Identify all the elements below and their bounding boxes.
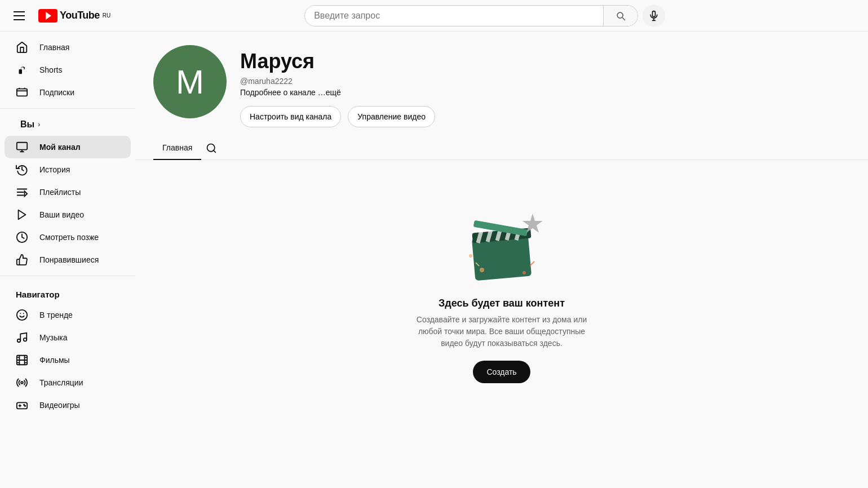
svg-line-28 xyxy=(214,150,216,152)
sidebar-label-music: Музыка xyxy=(39,333,68,342)
svg-marker-7 xyxy=(25,191,28,196)
gaming-icon xyxy=(16,399,28,411)
manage-videos-button[interactable]: Управление видео xyxy=(348,106,435,127)
avatar-letter: М xyxy=(176,63,204,101)
channel-actions: Настроить вид канала Управление видео xyxy=(240,106,850,127)
sidebar-item-trending[interactable]: В тренде xyxy=(5,304,131,326)
sidebar-item-home[interactable]: Главная xyxy=(5,36,131,59)
sidebar-item-liked[interactable]: Понравившиеся xyxy=(5,249,131,271)
history-icon xyxy=(16,163,28,176)
sidebar-label-live: Трансляции xyxy=(39,378,83,387)
svg-rect-2 xyxy=(17,89,27,96)
svg-point-14 xyxy=(24,338,27,341)
tab-home[interactable]: Главная xyxy=(153,136,201,160)
sidebar-label-movies: Фильмы xyxy=(39,356,70,365)
layout: Главная Shorts Подписки xyxy=(0,32,868,488)
my-channel-icon xyxy=(16,141,28,153)
empty-title: Здесь будет ваш контент xyxy=(439,298,565,309)
svg-rect-1 xyxy=(19,69,23,74)
empty-state: Здесь будет ваш контент Создавайте и заг… xyxy=(135,160,868,428)
channel-avatar: М xyxy=(153,45,227,118)
your-videos-icon xyxy=(16,208,28,221)
svg-point-23 xyxy=(21,381,23,384)
sidebar-item-gaming[interactable]: Видеоигры xyxy=(5,394,131,416)
sidebar-label-history: История xyxy=(39,165,70,174)
empty-illustration xyxy=(451,205,552,284)
sidebar-item-your-videos[interactable]: Ваши видео xyxy=(5,203,131,226)
subscriptions-icon xyxy=(16,86,28,99)
about-more[interactable]: …ещё xyxy=(318,88,341,97)
sidebar-item-subscriptions[interactable]: Подписки xyxy=(5,81,131,104)
channel-tabs: Главная xyxy=(135,136,868,160)
search-tab-icon xyxy=(206,143,217,154)
svg-marker-8 xyxy=(19,210,26,220)
create-button[interactable]: Создать xyxy=(473,361,530,383)
channel-about: Подробнее о канале …ещё xyxy=(240,88,850,97)
chevron-right-icon: › xyxy=(38,121,40,128)
channel-info: Маруся @maruha2222 Подробнее о канале …е… xyxy=(240,45,850,127)
logo-text: YouTube xyxy=(60,10,100,21)
clapperboard-illustration xyxy=(451,205,552,284)
svg-point-40 xyxy=(469,254,472,258)
empty-description: Создавайте и загружайте контент из дома … xyxy=(411,314,592,349)
search-input[interactable] xyxy=(305,6,603,25)
sidebar-label-your-videos: Ваши видео xyxy=(39,210,84,219)
search-button[interactable] xyxy=(603,6,637,26)
svg-point-25 xyxy=(24,405,24,405)
playlists-icon xyxy=(16,186,28,198)
header-center xyxy=(304,5,665,27)
sidebar-label-my-channel: Мой канал xyxy=(39,143,81,152)
logo-ru: RU xyxy=(103,12,110,19)
sidebar-label-shorts: Shorts xyxy=(39,65,62,74)
svg-point-39 xyxy=(522,271,526,274)
youtube-logo[interactable]: YouTubeRU xyxy=(38,9,110,23)
music-icon xyxy=(16,331,28,344)
movies-icon xyxy=(16,354,28,366)
sidebar-label-trending: В тренде xyxy=(39,310,73,320)
clock-icon xyxy=(16,231,28,243)
sidebar: Главная Shorts Подписки xyxy=(0,32,135,488)
navigator-label: Навигатор xyxy=(0,281,135,304)
svg-rect-0 xyxy=(653,11,656,16)
sidebar-item-my-channel[interactable]: Мой канал xyxy=(5,136,131,158)
shorts-icon xyxy=(16,64,28,76)
svg-point-10 xyxy=(17,310,27,320)
channel-name: Маруся xyxy=(240,50,850,73)
sidebar-item-playlists[interactable]: Плейлисты xyxy=(5,181,131,203)
sidebar-item-live[interactable]: Трансляции xyxy=(5,371,131,394)
header-left: YouTubeRU xyxy=(9,7,110,25)
hamburger-menu[interactable] xyxy=(9,7,29,25)
you-label: Вы xyxy=(20,119,34,130)
sidebar-label-watch-later: Смотреть позже xyxy=(39,233,99,242)
sidebar-item-movies[interactable]: Фильмы xyxy=(5,349,131,371)
tab-search-button[interactable] xyxy=(201,138,222,158)
svg-point-38 xyxy=(480,268,484,272)
sidebar-item-history[interactable]: История xyxy=(5,158,131,181)
mic-icon xyxy=(648,10,659,21)
sidebar-item-music[interactable]: Музыка xyxy=(5,326,131,349)
home-icon xyxy=(16,41,28,54)
sidebar-label-home: Главная xyxy=(39,43,69,52)
sidebar-item-watch-later[interactable]: Смотреть позже xyxy=(5,226,131,249)
sidebar-label-subscriptions: Подписки xyxy=(39,88,74,97)
logo-icon xyxy=(38,9,57,23)
customize-channel-button[interactable]: Настроить вид канала xyxy=(240,106,341,127)
search-bar xyxy=(304,5,638,26)
mic-button[interactable] xyxy=(643,5,665,27)
channel-handle: @maruha2222 xyxy=(240,77,850,86)
sidebar-you-section[interactable]: Вы › xyxy=(5,113,131,136)
sidebar-divider-1 xyxy=(0,108,135,109)
channel-header: М Маруся @maruha2222 Подробнее о канале … xyxy=(135,32,868,127)
main-content: М Маруся @maruha2222 Подробнее о канале … xyxy=(135,32,868,488)
search-icon xyxy=(615,10,626,21)
sidebar-item-shorts[interactable]: Shorts xyxy=(5,59,131,81)
svg-point-26 xyxy=(25,406,25,406)
sidebar-divider-2 xyxy=(0,276,135,276)
header: YouTubeRU xyxy=(0,0,868,32)
sidebar-label-liked: Понравившиеся xyxy=(39,255,99,264)
sidebar-label-gaming: Видеоигры xyxy=(39,401,80,410)
svg-point-13 xyxy=(17,339,21,343)
live-icon xyxy=(16,376,28,389)
trending-icon xyxy=(16,309,28,321)
sidebar-label-playlists: Плейлисты xyxy=(39,188,81,197)
